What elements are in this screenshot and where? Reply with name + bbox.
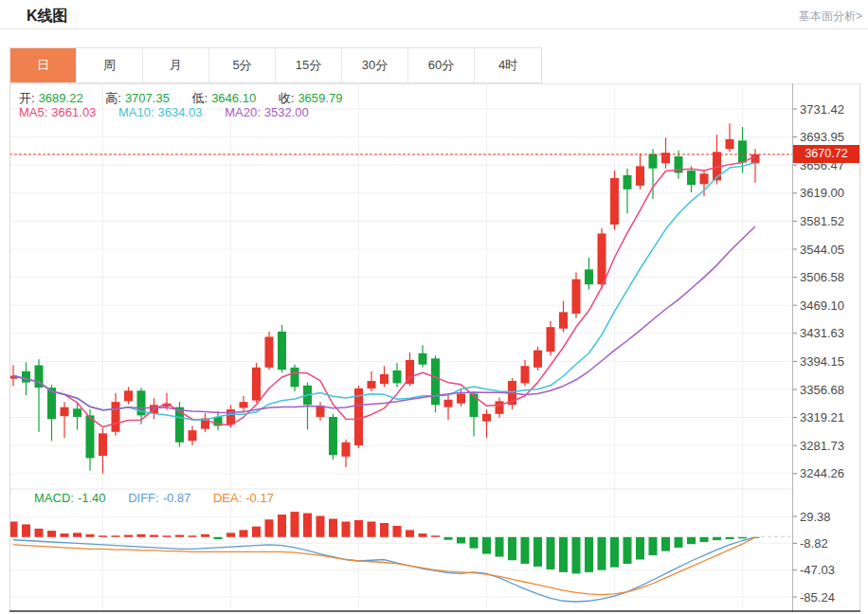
candle-body — [368, 381, 376, 388]
page-title: K线图 — [27, 7, 68, 27]
macd-hist-bar — [47, 531, 56, 537]
macd-hist-bar — [547, 537, 555, 569]
price-tick-label: 3431.63 — [800, 326, 844, 340]
candle-body — [329, 417, 337, 455]
macd-hist-bar — [150, 535, 158, 537]
candle-body — [521, 366, 530, 383]
tab-4hour[interactable]: 4时 — [475, 48, 541, 82]
candle-body — [380, 374, 389, 384]
macd-hist-bar — [380, 523, 389, 537]
macd-hist-bar — [598, 537, 606, 570]
fundamental-analysis-link[interactable]: 基本面分析> — [799, 9, 862, 25]
macd-hist-bar — [726, 537, 734, 539]
macd-hist-bar — [291, 512, 299, 537]
candle-body — [22, 371, 30, 383]
macd-hist-bar — [624, 537, 632, 564]
macd-hist-bar — [508, 537, 516, 560]
candle-body — [610, 178, 619, 225]
candle-body — [533, 351, 542, 368]
candle-body — [444, 400, 453, 407]
macd-hist-bar — [189, 535, 197, 536]
macd-hist-bar — [316, 516, 325, 537]
candle-body — [252, 368, 261, 401]
candle-body — [636, 166, 644, 186]
macd-hist-bar — [61, 533, 69, 537]
macd-hist-bar — [265, 519, 274, 537]
candle-body — [572, 280, 581, 314]
tab-15min[interactable]: 15分 — [276, 48, 342, 82]
price-tick-label: 3506.58 — [800, 270, 844, 284]
tab-60min[interactable]: 60分 — [408, 48, 475, 82]
macd-hist-bar — [482, 537, 491, 554]
tab-month[interactable]: 月 — [143, 48, 209, 82]
candle-body — [649, 154, 658, 169]
candle-body — [99, 433, 107, 456]
current-price-badge: 3670.72 — [793, 145, 859, 163]
macd-hist-bar — [533, 537, 542, 567]
macd-hist-bar — [572, 537, 581, 574]
candle-body — [393, 370, 402, 383]
macd-hist-bar — [99, 535, 107, 536]
macd-hist-bar — [112, 535, 120, 536]
macd-hist-bar — [163, 535, 172, 536]
macd-tick-label: 29.38 — [800, 510, 831, 524]
candle-body — [291, 368, 299, 388]
macd-hist-bar — [636, 537, 644, 560]
tab-day[interactable]: 日 — [10, 48, 77, 82]
macd-tick-label: -8.82 — [800, 536, 828, 551]
macd-hist-bar — [86, 534, 95, 537]
macd-hist-bar — [354, 520, 363, 537]
candle-body — [624, 175, 632, 190]
tab-30min[interactable]: 30分 — [342, 48, 408, 82]
tab-5min[interactable]: 5分 — [209, 48, 276, 82]
candle-body — [598, 233, 606, 284]
macd-hist-bar — [329, 519, 337, 537]
macd-hist-bar — [419, 533, 427, 537]
macd-hist-bar — [226, 533, 235, 536]
candle-body — [496, 401, 504, 413]
candle-body — [700, 173, 709, 184]
kline-widget: { "header": { "title": "K线图", "link": "基… — [0, 0, 868, 614]
candle-body — [431, 358, 440, 405]
macd-hist-bar — [675, 537, 683, 548]
price-tick-label: 3244.26 — [800, 466, 844, 480]
macd-hist-bar — [214, 537, 223, 539]
price-tick-label: 3693.95 — [800, 130, 844, 144]
macd-hist-bar — [496, 537, 504, 557]
candle-body — [687, 171, 696, 185]
macd-hist-bar — [9, 521, 18, 536]
macd-hist-bar — [240, 530, 248, 536]
timeframe-tabbar: 日周月5分15分30分60分4时 — [9, 47, 542, 83]
candle-body — [342, 442, 351, 457]
chart-area: 3731.423693.953656.473619.003581.523544.… — [9, 83, 860, 612]
macd-hist-bar — [649, 537, 658, 555]
candle-body — [457, 393, 465, 403]
price-tick-label: 3731.42 — [800, 102, 844, 117]
candle-body — [265, 336, 274, 367]
macd-hist-bar — [303, 514, 312, 537]
candle-body — [240, 402, 248, 407]
kline-chart-canvas[interactable]: 3731.423693.953656.473619.003581.523544.… — [9, 83, 860, 612]
price-tick-label: 3469.10 — [800, 298, 844, 313]
price-tick-label: 3581.52 — [800, 214, 844, 228]
macd-tick-label: -85.24 — [800, 590, 835, 605]
macd-hist-bar — [252, 527, 261, 537]
macd-hist-bar — [278, 515, 286, 537]
price-tick-label: 3619.00 — [800, 186, 844, 200]
tab-week[interactable]: 周 — [77, 48, 143, 82]
candle-body — [278, 332, 286, 370]
candle-body — [419, 353, 427, 365]
candle-body — [751, 154, 760, 163]
candle-body — [585, 269, 593, 284]
macd-hist-bar — [393, 526, 402, 537]
candle-body — [73, 408, 81, 417]
macd-hist-bar — [22, 524, 30, 536]
candle-body — [547, 327, 555, 352]
macd-hist-bar — [201, 534, 209, 537]
candle-body — [726, 139, 734, 149]
macd-hist-bar — [73, 533, 81, 536]
price-tick-label: 3394.15 — [800, 354, 844, 369]
macd-hist-bar — [521, 537, 530, 564]
macd-hist-bar — [687, 537, 696, 544]
macd-hist-bar — [713, 537, 721, 540]
